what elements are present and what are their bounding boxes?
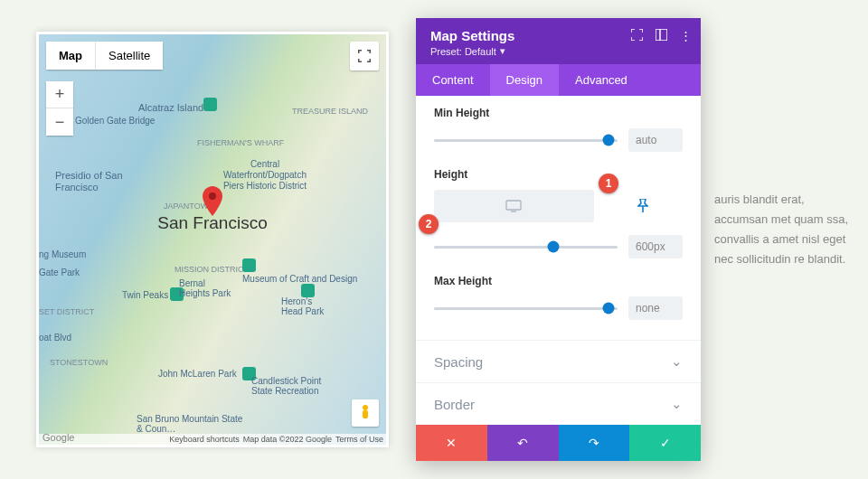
zoom-controls: + − bbox=[46, 81, 73, 136]
poi-label: ng Museum bbox=[39, 249, 86, 259]
svg-point-1 bbox=[363, 405, 368, 410]
check-icon: ✓ bbox=[660, 436, 671, 450]
map-frame: Alcatraz Island Golden Gate Bridge TREAS… bbox=[36, 32, 389, 447]
panel-tabs: Content Design Advanced bbox=[416, 64, 701, 96]
poi-label: Alcatraz Island bbox=[138, 102, 203, 113]
max-height-slider[interactable] bbox=[434, 307, 618, 310]
desktop-icon bbox=[505, 200, 522, 212]
poi-label: John McLaren Park bbox=[158, 369, 237, 379]
poi-label: SET DISTRICT bbox=[39, 307, 94, 316]
redo-icon: ↷ bbox=[589, 436, 599, 450]
expand-icon[interactable] bbox=[631, 29, 643, 43]
tab-advanced[interactable]: Advanced bbox=[559, 64, 644, 96]
panel-header: Map Settings Preset: Default ▾ ⋮ bbox=[416, 18, 701, 64]
accordion-spacing[interactable]: Spacing ⌄ bbox=[416, 340, 701, 382]
map-type-toggle: Map Satellite bbox=[46, 42, 163, 70]
annotation-marker-1: 1 bbox=[599, 174, 618, 193]
svg-point-0 bbox=[209, 193, 216, 200]
cancel-button[interactable]: ✕ bbox=[416, 425, 487, 461]
pegman-button[interactable] bbox=[352, 399, 379, 427]
map-type-satellite-button[interactable]: Satellite bbox=[96, 42, 163, 70]
layout-icon[interactable] bbox=[656, 29, 667, 43]
poi-icon bbox=[203, 98, 217, 111]
undo-icon: ↶ bbox=[517, 436, 528, 450]
poi-label: Twin Peaks bbox=[122, 290, 168, 300]
tab-design[interactable]: Design bbox=[490, 64, 559, 96]
poi-label: Gate Park bbox=[39, 268, 80, 277]
chevron-down-icon: ⌄ bbox=[671, 396, 683, 412]
poi-label: Candlestick Point State Recreation bbox=[251, 376, 322, 396]
poi-label: San Bruno Mountain State & Coun… bbox=[137, 414, 245, 434]
poi-label: STONESTOWN bbox=[50, 358, 108, 367]
poi-label: Bernal Heights Park bbox=[179, 278, 233, 298]
min-height-input[interactable]: auto bbox=[628, 128, 683, 152]
poi-label: oat Blvd bbox=[39, 333, 71, 343]
poi-icon bbox=[242, 258, 256, 272]
redo-button[interactable]: ↷ bbox=[559, 425, 630, 461]
panel-footer: ✕ ↶ ↷ ✓ bbox=[416, 425, 701, 461]
credits-terms-link[interactable]: Terms of Use bbox=[335, 435, 383, 444]
settings-panel: Map Settings Preset: Default ▾ ⋮ Content… bbox=[416, 18, 701, 461]
undo-button[interactable]: ↶ bbox=[487, 425, 559, 461]
pushpin-icon bbox=[637, 199, 648, 213]
poi-label: FISHERMAN'S WHARF bbox=[197, 138, 284, 147]
pegman-icon bbox=[358, 404, 373, 422]
pin-button[interactable] bbox=[603, 190, 683, 222]
tab-content[interactable]: Content bbox=[416, 64, 490, 96]
credits-data: Map data ©2022 Google bbox=[243, 435, 332, 444]
poi-label: Central Waterfront/Dogpatch Piers Histor… bbox=[215, 159, 315, 192]
accordion-border[interactable]: Border ⌄ bbox=[416, 382, 701, 425]
svg-rect-5 bbox=[506, 201, 521, 210]
google-logo: Google bbox=[42, 432, 74, 443]
poi-label: Museum of Craft and Design bbox=[242, 274, 357, 284]
zoom-out-button[interactable]: − bbox=[46, 108, 73, 136]
background-text: auris blandit erat, accumsan met quam ss… bbox=[714, 190, 850, 269]
poi-label: TREASURE ISLAND bbox=[292, 107, 368, 116]
close-icon: ✕ bbox=[446, 436, 457, 450]
poi-icon bbox=[301, 284, 315, 297]
fullscreen-button[interactable] bbox=[350, 42, 379, 70]
map-pin-icon bbox=[202, 186, 223, 221]
annotation-marker-2: 2 bbox=[419, 214, 439, 234]
svg-rect-3 bbox=[656, 29, 667, 41]
height-slider[interactable] bbox=[434, 246, 618, 249]
fullscreen-icon bbox=[358, 50, 371, 62]
zoom-in-button[interactable]: + bbox=[46, 81, 73, 108]
more-icon[interactable]: ⋮ bbox=[680, 29, 692, 43]
map-type-map-button[interactable]: Map bbox=[46, 42, 96, 70]
max-height-label: Max Height bbox=[434, 275, 683, 287]
max-height-input[interactable]: none bbox=[628, 296, 683, 320]
poi-label: Presidio of San Francisco bbox=[55, 170, 137, 193]
map-canvas[interactable]: Alcatraz Island Golden Gate Bridge TREAS… bbox=[39, 34, 386, 445]
poi-label: Heron's Head Park bbox=[281, 296, 335, 316]
save-button[interactable]: ✓ bbox=[629, 425, 701, 461]
credits-shortcuts-link[interactable]: Keyboard shortcuts bbox=[169, 435, 240, 444]
height-input[interactable]: 600px bbox=[628, 235, 683, 258]
height-label: Height bbox=[434, 168, 683, 181]
poi-label: MISSION DISTRICT bbox=[175, 265, 249, 274]
min-height-label: Min Height bbox=[434, 107, 683, 119]
poi-label: Golden Gate Bridge bbox=[75, 116, 155, 126]
svg-rect-2 bbox=[363, 410, 368, 418]
chevron-down-icon: ⌄ bbox=[671, 353, 683, 370]
panel-preset-dropdown[interactable]: Preset: Default ▾ bbox=[430, 45, 686, 57]
min-height-slider[interactable] bbox=[434, 139, 618, 142]
map-credits: Google Keyboard shortcuts Map data ©2022… bbox=[39, 434, 386, 445]
desktop-device-button[interactable] bbox=[434, 190, 594, 222]
chevron-down-icon: ▾ bbox=[500, 45, 505, 57]
